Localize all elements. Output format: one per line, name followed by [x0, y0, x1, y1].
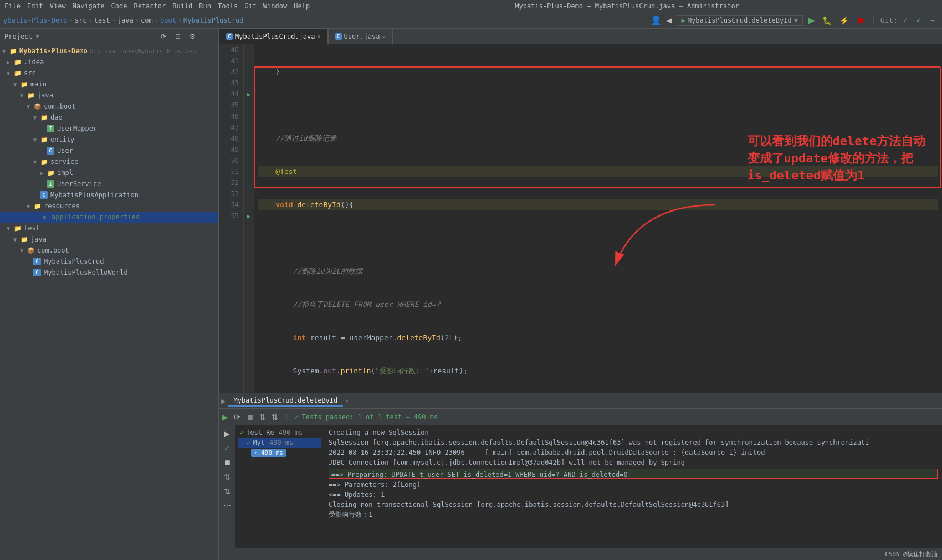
- run-tab-main[interactable]: MybatisPlusCrud.deleteById: [228, 395, 343, 407]
- run-gutter-55[interactable]: ▶: [247, 213, 251, 220]
- tree-impl[interactable]: ▶ 📁 impl: [0, 167, 218, 178]
- tree-src[interactable]: ▼ 📁 src: [0, 68, 218, 79]
- tree-usermapper[interactable]: ▶ I UserMapper: [0, 123, 218, 134]
- tree-entity[interactable]: ▼ 📁 entity: [0, 134, 218, 145]
- code-line-40: }: [258, 66, 938, 78]
- run-sidebar: ▶ ✓ ⏹ ⇅ ⇅ ⋯: [219, 425, 235, 548]
- tree-test-comboot-label: com.boot: [37, 246, 69, 254]
- run-config-dropdown-icon[interactable]: ▼: [794, 17, 798, 24]
- main-toolbar: ybatis-Plus-Demo › src › test › java › c…: [0, 12, 942, 29]
- run-btn[interactable]: ▶: [805, 14, 817, 27]
- menu-git[interactable]: Git: [244, 2, 257, 10]
- sidebar-check-btn[interactable]: ✓: [221, 442, 233, 454]
- sidebar-filter-btn[interactable]: ⇅: [221, 485, 233, 497]
- code-content[interactable]: } //通过id删除记录 @Test void deleteById(){ //…: [254, 44, 942, 393]
- tree-test[interactable]: ▼ 📁 test: [0, 223, 218, 234]
- tree-idea[interactable]: ▶ 📁 .idea: [0, 56, 218, 68]
- debug-btn[interactable]: 🐛: [820, 15, 835, 26]
- git-check2[interactable]: ✓: [913, 16, 924, 25]
- run-stop-btn[interactable]: ⏹: [245, 412, 255, 423]
- tree-root[interactable]: ▼ 📁 Mybatis-Plus-Demo D:\java code\Mybat…: [0, 45, 218, 56]
- run-rerun-btn[interactable]: ⟳: [233, 412, 242, 423]
- folder-icon: 📁: [40, 113, 49, 122]
- sidebar-sort-btn[interactable]: ⇅: [221, 471, 233, 483]
- project-dropdown-icon[interactable]: ▼: [36, 33, 39, 39]
- tree-test-comboot[interactable]: ▼ 📦 com.boot: [0, 245, 218, 256]
- tree-main-label: main: [30, 80, 47, 88]
- project-close-btn[interactable]: —: [202, 32, 214, 42]
- git-arrow[interactable]: →: [926, 16, 939, 25]
- tab-label: MybatisPlusCrud.java: [235, 33, 315, 40]
- menu-navigate[interactable]: Navigate: [73, 2, 105, 10]
- menu-edit[interactable]: Edit: [27, 2, 43, 10]
- tree-user-label: User: [57, 147, 73, 155]
- project-collapse-btn[interactable]: ⊟: [172, 32, 183, 42]
- breadcrumb-item-0[interactable]: ybatis-Plus-Demo: [3, 17, 68, 24]
- git-check1[interactable]: ✓: [900, 16, 911, 25]
- tab-user[interactable]: C User.java ✕: [328, 29, 393, 44]
- run-sort-btn[interactable]: ⇅: [258, 412, 267, 423]
- breadcrumb-item-2[interactable]: test: [94, 17, 110, 24]
- stop-btn[interactable]: ⏹: [854, 15, 867, 26]
- editor-tabs: C MybatisPlusCrud.java ✕ C User.java ✕: [219, 29, 942, 44]
- breadcrumb-item-3[interactable]: java: [117, 17, 134, 24]
- menu-file[interactable]: File: [4, 2, 21, 10]
- tree-arrow: ▼: [2, 48, 9, 54]
- tree-resources-label: resources: [44, 202, 80, 210]
- code-editor[interactable]: 40 41 42 43 44 45 46 47 48 49 50 51 52 5…: [219, 44, 942, 393]
- breadcrumb-item-1[interactable]: src: [75, 17, 87, 24]
- run-play-btn[interactable]: ▶: [221, 412, 229, 423]
- run-tab-close[interactable]: ✕: [345, 398, 349, 404]
- breadcrumb-item-6[interactable]: MybatisPlusCrud: [183, 17, 243, 24]
- menu-run[interactable]: Run: [199, 2, 211, 10]
- run-config-selector[interactable]: ▶ MybatisPlusCrud.deleteById ▼: [677, 15, 803, 26]
- tree-arrow: ▼: [27, 203, 33, 209]
- tab-mybatispluscrud[interactable]: C MybatisPlusCrud.java ✕: [219, 29, 328, 44]
- menu-help[interactable]: Help: [294, 2, 310, 10]
- project-settings-btn[interactable]: ⚙: [187, 32, 198, 42]
- tree-main-java[interactable]: ▼ 📁 java: [0, 90, 218, 101]
- menu-window[interactable]: Window: [263, 2, 287, 10]
- tree-test-java[interactable]: ▼ 📁 java: [0, 234, 218, 245]
- run-tree-item-0[interactable]: ✓ Test Re 490 ms: [238, 428, 321, 438]
- class-icon: C: [47, 147, 54, 155]
- tree-hello[interactable]: ▶ C MybatisPlusHelloWorld: [0, 267, 218, 278]
- tree-service[interactable]: ▼ 📁 service: [0, 156, 218, 167]
- tab-close-icon2[interactable]: ✕: [382, 34, 386, 40]
- menu-code[interactable]: Code: [111, 2, 127, 10]
- log-line-6: <== Updates: 1: [329, 490, 938, 500]
- tree-dao[interactable]: ▼ 📁 dao: [0, 112, 218, 123]
- tree-dao-label: dao: [50, 114, 63, 121]
- run-gutter-44[interactable]: ▶: [247, 91, 251, 98]
- breadcrumb-item-4[interactable]: com: [141, 17, 153, 24]
- menu-build[interactable]: Build: [172, 2, 192, 10]
- log-line-7: Closing non transactional SqlSession [or…: [329, 500, 938, 510]
- project-sync-btn[interactable]: ⟳: [158, 32, 169, 42]
- sidebar-run-btn[interactable]: ▶: [221, 428, 233, 440]
- sidebar-more-btn[interactable]: ⋯: [221, 500, 233, 512]
- sidebar-stop-btn[interactable]: ⏹: [221, 456, 233, 469]
- tree-appprops[interactable]: ▶ ⚙ application.properties: [0, 212, 218, 223]
- run-tree-time-0: 490 ms: [279, 429, 303, 436]
- tree-app[interactable]: ▶ C MybatisPlusApplication: [0, 189, 218, 201]
- tree-arrow: ▼: [20, 248, 27, 254]
- run-filter-btn[interactable]: ⇅: [270, 412, 279, 423]
- tree-arrow: ▼: [33, 159, 40, 165]
- breadcrumb-item-5[interactable]: boot: [160, 17, 176, 24]
- run-tree-item-1[interactable]: ✓ Myt 490 ms: [238, 438, 321, 448]
- tree-resources[interactable]: ▼ 📁 resources: [0, 201, 218, 212]
- tree-main[interactable]: ▼ 📁 main: [0, 79, 218, 90]
- profile-btn[interactable]: ⚡: [837, 15, 852, 26]
- tree-comboot[interactable]: ▼ 📦 com.boot: [0, 101, 218, 112]
- tree-crud[interactable]: ▶ C MybatisPlusCrud: [0, 256, 218, 267]
- menu-view[interactable]: View: [50, 2, 66, 10]
- tree-user[interactable]: ▶ C User: [0, 145, 218, 156]
- tree-userservice[interactable]: ▶ I UserService: [0, 178, 218, 189]
- back-btn[interactable]: ◀: [664, 16, 674, 25]
- tree-usermapper-label: UserMapper: [57, 125, 97, 132]
- tab-close-icon[interactable]: ✕: [318, 33, 321, 39]
- package-icon: 📦: [33, 102, 42, 111]
- menu-refactor[interactable]: Refactor: [134, 2, 166, 10]
- run-log[interactable]: Creating a new SqlSession SqlSession [or…: [324, 425, 942, 548]
- menu-tools[interactable]: Tools: [218, 2, 238, 10]
